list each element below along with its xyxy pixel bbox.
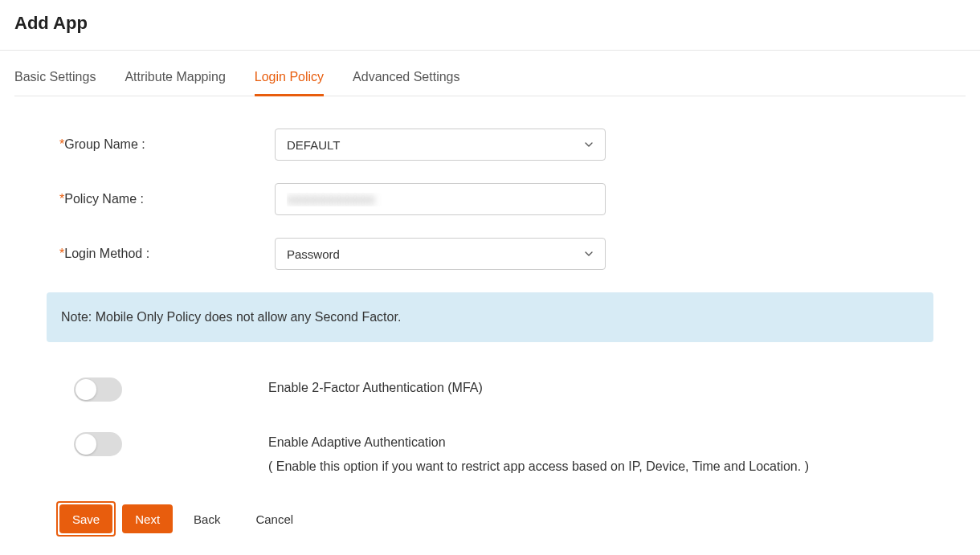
toggle-knob xyxy=(76,379,96,400)
mfa-toggle-row: Enable 2-Factor Authentication (MFA) xyxy=(59,374,937,402)
page-title: Add App xyxy=(14,13,966,34)
mfa-label: Enable 2-Factor Authentication (MFA) xyxy=(268,381,937,395)
tab-advanced-settings[interactable]: Advanced Settings xyxy=(353,70,459,96)
adaptive-label-col: Enable Adaptive Authentication ( Enable … xyxy=(268,429,937,474)
back-button[interactable]: Back xyxy=(179,504,235,533)
policy-name-row: *Policy Name : xyxy=(59,183,937,215)
adaptive-toggle-col xyxy=(59,429,268,456)
tab-attribute-mapping[interactable]: Attribute Mapping xyxy=(125,70,225,96)
content-wrapper: Basic Settings Attribute Mapping Login P… xyxy=(0,51,980,537)
page-header: Add App xyxy=(0,0,980,51)
group-name-row: *Group Name : DEFAULT xyxy=(59,129,937,161)
adaptive-toggle[interactable] xyxy=(74,432,122,456)
next-button[interactable]: Next xyxy=(122,504,173,533)
tab-login-policy[interactable]: Login Policy xyxy=(255,70,324,96)
button-row: Save Next Back Cancel xyxy=(14,501,966,537)
login-method-select[interactable]: Password xyxy=(275,238,606,270)
mfa-label-col: Enable 2-Factor Authentication (MFA) xyxy=(268,374,937,395)
cancel-button[interactable]: Cancel xyxy=(241,504,308,533)
tabs-bar: Basic Settings Attribute Mapping Login P… xyxy=(14,51,966,96)
save-highlight-box: Save xyxy=(56,501,116,537)
group-name-select[interactable]: DEFAULT xyxy=(275,129,606,161)
note-box: Note: Mobile Only Policy does not allow … xyxy=(47,292,933,342)
login-method-row: *Login Method : Password xyxy=(59,238,937,270)
adaptive-sublabel: ( Enable this option if you want to rest… xyxy=(268,459,937,474)
toggles-section: Enable 2-Factor Authentication (MFA) Ena… xyxy=(14,374,966,474)
mfa-toggle-col xyxy=(59,374,268,402)
form-section: *Group Name : DEFAULT *Policy Name : *Lo… xyxy=(14,129,966,270)
adaptive-toggle-row: Enable Adaptive Authentication ( Enable … xyxy=(59,429,937,474)
adaptive-label: Enable Adaptive Authentication xyxy=(268,435,937,450)
mfa-toggle[interactable] xyxy=(74,377,122,402)
policy-name-input[interactable] xyxy=(275,183,606,215)
toggle-knob xyxy=(76,434,96,455)
policy-name-label: *Policy Name : xyxy=(59,192,275,206)
tab-basic-settings[interactable]: Basic Settings xyxy=(14,70,96,96)
group-name-label: *Group Name : xyxy=(59,137,275,152)
save-button[interactable]: Save xyxy=(59,504,112,533)
login-method-label: *Login Method : xyxy=(59,247,275,261)
